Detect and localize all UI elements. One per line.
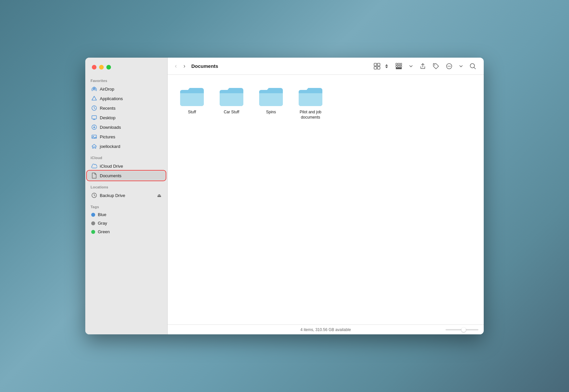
sidebar-item-documents[interactable]: Documents: [87, 171, 165, 180]
tag-green-label: Green: [98, 229, 110, 234]
tag-blue-label: Blue: [98, 212, 106, 217]
slider-track[interactable]: [446, 329, 478, 330]
folder-spins-label: Spins: [266, 110, 276, 115]
downloads-icon: [91, 124, 97, 130]
icloud-section: iCloud iCloud Drive Documents: [85, 153, 167, 181]
sidebar-applications-label: Applications: [100, 96, 123, 101]
slider-thumb[interactable]: [461, 327, 466, 332]
icon-view-button[interactable]: [371, 61, 383, 71]
tags-label: Tags: [85, 202, 167, 210]
home-icon: [91, 143, 97, 149]
sidebar-item-downloads[interactable]: Downloads: [87, 123, 165, 132]
drive-icon: [91, 192, 97, 198]
sidebar-recents-label: Recents: [100, 106, 116, 111]
sidebar-item-icloud-drive[interactable]: iCloud Drive: [87, 161, 165, 171]
minimize-button[interactable]: [99, 65, 104, 70]
back-button[interactable]: ‹: [173, 61, 179, 71]
folder-car-stuff[interactable]: Car Stuff: [215, 83, 248, 123]
svg-point-23: [449, 66, 449, 66]
finder-window: Favorites AirDrop Application: [85, 58, 484, 334]
zoom-slider[interactable]: [446, 329, 478, 330]
green-tag-dot: [91, 230, 95, 234]
sidebar-backup-drive-label: Backup Drive: [100, 193, 125, 198]
more-options-button[interactable]: [444, 61, 455, 71]
blue-tag-dot: [91, 213, 95, 217]
sidebar-item-tag-blue[interactable]: Blue: [87, 210, 165, 219]
tags-section: Tags Blue Gray Green: [85, 202, 167, 236]
folder-stuff-label: Stuff: [188, 110, 196, 115]
sidebar-home-label: joellockard: [100, 144, 120, 149]
folder-icon-pilot-job: [297, 85, 324, 108]
sidebar-airdrop-label: AirDrop: [100, 87, 114, 92]
svg-rect-9: [374, 63, 377, 66]
locations-label: Locations: [85, 182, 167, 190]
pictures-icon: [91, 134, 97, 140]
sidebar-downloads-label: Downloads: [100, 125, 121, 130]
folder-spins[interactable]: Spins: [255, 83, 287, 123]
search-button[interactable]: [467, 61, 478, 71]
svg-point-24: [450, 66, 450, 66]
svg-rect-2: [92, 116, 96, 119]
svg-rect-13: [396, 63, 397, 65]
sidebar-icloud-drive-label: iCloud Drive: [100, 164, 123, 169]
sidebar-item-recents[interactable]: Recents: [87, 103, 165, 113]
forward-button[interactable]: ›: [181, 61, 187, 71]
gallery-view-button[interactable]: [393, 61, 405, 71]
airdrop-icon: [91, 86, 97, 92]
folder-pilot-job[interactable]: Pilot and job documents: [294, 83, 327, 123]
svg-rect-15: [400, 63, 402, 65]
svg-point-22: [447, 66, 448, 66]
sidebar-desktop-label: Desktop: [100, 115, 116, 120]
document-icon: [91, 173, 97, 179]
sidebar-item-airdrop[interactable]: AirDrop: [87, 84, 165, 94]
svg-rect-18: [400, 66, 402, 67]
folder-icon-spins: [258, 85, 284, 108]
file-grid: Stuff Car Stuff Spins: [168, 75, 484, 324]
favorites-label: Favorites: [85, 75, 167, 84]
svg-rect-12: [377, 67, 380, 69]
sidebar-item-home[interactable]: joellockard: [87, 142, 165, 151]
sidebar-documents-label: Documents: [100, 173, 122, 178]
locations-section: Locations Backup Drive ⏏: [85, 182, 167, 200]
svg-rect-14: [398, 63, 400, 65]
applications-icon: [91, 96, 97, 101]
sidebar-item-applications[interactable]: Applications: [87, 94, 165, 103]
favorites-section: Favorites AirDrop Application: [85, 75, 167, 151]
status-text: 4 items, 310.56 GB available: [300, 327, 351, 332]
status-bar: 4 items, 310.56 GB available: [168, 324, 484, 334]
svg-rect-19: [396, 68, 402, 69]
folder-icon-stuff: [179, 85, 205, 108]
sidebar-item-tag-gray[interactable]: Gray: [87, 219, 165, 227]
toolbar-title: Documents: [191, 63, 368, 69]
folder-icon-car-stuff: [218, 85, 245, 108]
toolbar-right: [371, 61, 478, 71]
icloud-label: iCloud: [85, 153, 167, 161]
folder-pilot-job-label: Pilot and job documents: [297, 110, 324, 120]
share-button[interactable]: [417, 61, 428, 71]
close-button[interactable]: [92, 65, 96, 70]
sidebar-item-backup-drive[interactable]: Backup Drive ⏏: [87, 191, 165, 200]
gray-tag-dot: [91, 221, 95, 225]
svg-rect-11: [374, 67, 377, 69]
view-chevron-button[interactable]: [407, 63, 415, 69]
main-content: ‹ › Documents: [168, 58, 484, 334]
sidebar-item-pictures[interactable]: Pictures: [87, 132, 165, 141]
recents-icon: [91, 105, 97, 111]
eject-button[interactable]: ⏏: [157, 193, 161, 198]
desktop-icon: [91, 115, 97, 121]
svg-rect-17: [398, 66, 400, 67]
maximize-button[interactable]: [106, 65, 111, 70]
folder-car-stuff-label: Car Stuff: [224, 110, 239, 115]
toolbar: ‹ › Documents: [168, 58, 484, 75]
svg-rect-16: [396, 66, 397, 67]
sidebar: Favorites AirDrop Application: [85, 58, 168, 334]
folder-stuff[interactable]: Stuff: [176, 83, 208, 123]
sidebar-item-tag-green[interactable]: Green: [87, 228, 165, 236]
sort-button[interactable]: [382, 62, 391, 70]
sidebar-pictures-label: Pictures: [100, 134, 115, 139]
svg-rect-10: [377, 63, 380, 66]
more-chevron-button[interactable]: [457, 63, 465, 69]
tag-gray-label: Gray: [98, 221, 107, 226]
tag-button[interactable]: [430, 61, 442, 71]
sidebar-item-desktop[interactable]: Desktop: [87, 113, 165, 122]
